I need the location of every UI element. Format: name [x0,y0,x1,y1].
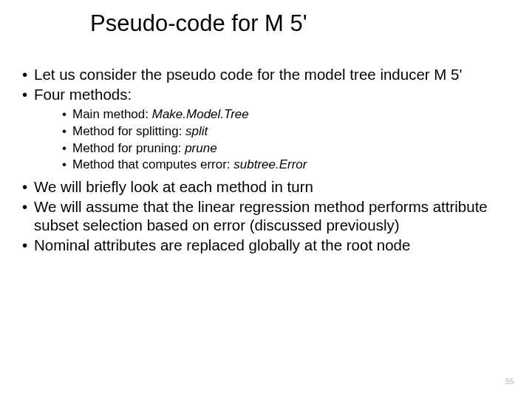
bullet-item: We will assume that the linear regressio… [22,197,502,234]
sub-bullet-item: Method for splitting: split [62,123,502,140]
bullet-list-outer: Let us consider the pseudo code for the … [22,65,502,254]
method-term: split [185,124,208,138]
bullet-item: Nominal attributes are replaced globally… [22,236,502,254]
method-label: Main method: [72,107,152,121]
slide-body: Let us consider the pseudo code for the … [22,65,502,256]
sub-bullet-item: Method that computes error: subtree.Erro… [62,157,502,173]
method-term: subtree.Error [233,157,307,171]
method-label: Method that computes error: [72,157,233,171]
method-term: prune [185,141,216,155]
bullet-item: Four methods: Main method: Make.Model.Tr… [22,85,502,173]
method-label: Method for pruning: [72,141,185,155]
method-label: Method for splitting: [72,124,185,138]
bullet-item: Let us consider the pseudo code for the … [22,65,502,83]
sub-bullet-item: Method for pruning: prune [62,140,502,157]
bullet-item: We will briefly look at each method in t… [22,177,502,196]
slide-title: Pseudo-code for M 5' [90,10,307,37]
bullet-text: Four methods: [34,86,132,103]
method-term: Make.Model.Tree [152,107,249,121]
sub-bullet-item: Main method: Make.Model.Tree [62,106,502,123]
page-number: 55 [505,377,514,386]
bullet-list-inner: Main method: Make.Model.Tree Method for … [34,106,502,173]
slide: Pseudo-code for M 5' Let us consider the… [0,0,532,399]
